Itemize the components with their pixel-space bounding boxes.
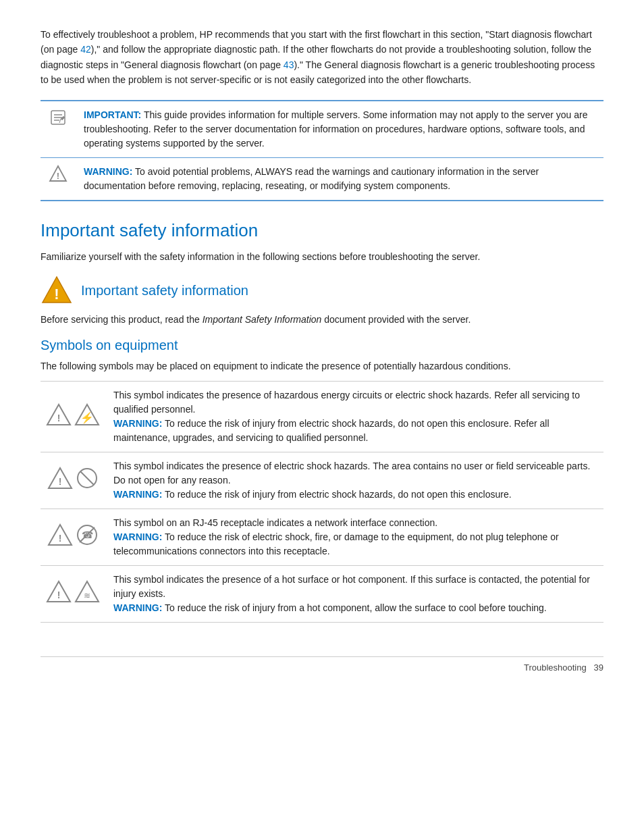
svg-line-5 xyxy=(59,119,61,123)
symbol-icon-2: ! xyxy=(41,452,108,509)
svg-text:!: ! xyxy=(57,590,61,600)
symbol-row-3: ! ☎ This symbol on an RJ-45 receptacle i… xyxy=(41,509,603,565)
symbols-table: ! ⚡ This symbol indicates the presence o… xyxy=(41,381,603,623)
symbol-desc-1: This symbol indicates the presence of ha… xyxy=(108,381,603,452)
intro-paragraph: To effectively troubleshoot a problem, H… xyxy=(41,27,603,88)
svg-text:!: ! xyxy=(54,286,59,303)
symbol-icon-1: ! ⚡ xyxy=(41,381,108,452)
italic-doc-name: Important Safety Information xyxy=(203,314,322,325)
notice-important: IMPORTANT: This guide provides informati… xyxy=(41,101,603,158)
symbol-desc-4: This symbol indicates the presence of a … xyxy=(108,565,603,622)
safety-sub-heading: Important safety information xyxy=(81,283,248,298)
safety-intro: Familiarize yourself with the safety inf… xyxy=(41,249,603,264)
symbol-row-1: ! ⚡ This symbol indicates the presence o… xyxy=(41,381,603,452)
safety-heading: Important safety information xyxy=(41,220,603,241)
safety-sub-header: ! Important safety information xyxy=(41,275,603,307)
warning-triangle-icon: ! xyxy=(41,157,76,201)
notices-table: IMPORTANT: This guide provides informati… xyxy=(41,100,603,201)
page-footer: Troubleshooting 39 xyxy=(41,656,603,673)
svg-text:!: ! xyxy=(57,413,61,423)
svg-text:!: ! xyxy=(59,533,62,544)
svg-text:!: ! xyxy=(59,476,62,487)
footer-text: Troubleshooting 39 xyxy=(524,662,603,673)
svg-text:!: ! xyxy=(57,171,59,181)
symbols-intro: The following symbols may be placed on e… xyxy=(41,359,603,373)
important-label: IMPORTANT: xyxy=(84,109,141,120)
symbols-heading: Symbols on equipment xyxy=(41,338,603,353)
svg-marker-4 xyxy=(61,116,65,120)
safety-sub-text: Before servicing this product, read the … xyxy=(41,312,603,327)
symbol-row-2: ! This symbol indicates the presence of … xyxy=(41,452,603,509)
notice-warning: ! WARNING: To avoid potential problems, … xyxy=(41,157,603,201)
important-text: IMPORTANT: This guide provides informati… xyxy=(76,101,603,158)
symbol-icon-3: ! ☎ xyxy=(41,509,108,565)
symbol-desc-2: This symbol indicates the presence of el… xyxy=(108,452,603,509)
symbol-row-4: ! ≋ This symbol indicates the presence o… xyxy=(41,565,603,622)
link-42[interactable]: 42 xyxy=(80,44,91,55)
big-warning-icon: ! xyxy=(41,275,73,307)
symbol-desc-3: This symbol on an RJ-45 receptacle indic… xyxy=(108,509,603,565)
svg-line-17 xyxy=(80,471,94,485)
warning-label: WARNING: xyxy=(84,166,132,177)
svg-text:≋: ≋ xyxy=(84,591,90,600)
link-43[interactable]: 43 xyxy=(284,59,294,70)
symbol-icon-4: ! ≋ xyxy=(41,565,108,622)
svg-text:⚡: ⚡ xyxy=(80,411,94,424)
important-icon xyxy=(41,101,76,158)
warning-text: WARNING: To avoid potential problems, AL… xyxy=(76,157,603,201)
